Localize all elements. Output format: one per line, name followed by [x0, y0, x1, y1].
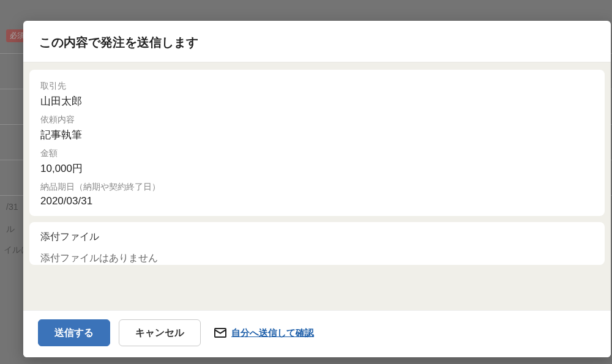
client-label: 取引先	[40, 81, 594, 92]
attachment-card: 添付ファイル 添付ファイルはありません	[29, 222, 605, 265]
delivery-value: 2020/03/31	[40, 195, 594, 207]
modal-header: この内容で発注を送信します	[23, 21, 611, 62]
self-send-link[interactable]: 自分へ送信して確認	[214, 327, 314, 339]
self-send-label: 自分へ送信して確認	[231, 327, 314, 339]
modal-body: 取引先 山田太郎 依頼内容 記事執筆 金額 10,000円 納品期日（納期や契約…	[23, 62, 611, 310]
modal-footer: 送信する キャンセル 自分へ送信して確認	[23, 310, 611, 357]
confirm-order-modal: この内容で発注を送信します 取引先 山田太郎 依頼内容 記事執筆 金額 10,0…	[23, 21, 611, 357]
order-summary-card: 取引先 山田太郎 依頼内容 記事執筆 金額 10,000円 納品期日（納期や契約…	[29, 70, 605, 216]
attachment-empty-text: 添付ファイルはありません	[40, 252, 594, 265]
request-label: 依頼内容	[40, 114, 594, 125]
cancel-button[interactable]: キャンセル	[119, 319, 201, 346]
client-value: 山田太郎	[40, 94, 594, 108]
modal-title: この内容で発注を送信します	[39, 34, 595, 51]
request-value: 記事執筆	[40, 128, 594, 142]
mail-icon	[214, 328, 226, 338]
delivery-label: 納品期日（納期や契約終了日）	[40, 182, 594, 193]
amount-value: 10,000円	[40, 162, 594, 176]
attachment-title: 添付ファイル	[40, 231, 594, 243]
amount-label: 金額	[40, 148, 594, 159]
submit-button[interactable]: 送信する	[38, 319, 110, 346]
